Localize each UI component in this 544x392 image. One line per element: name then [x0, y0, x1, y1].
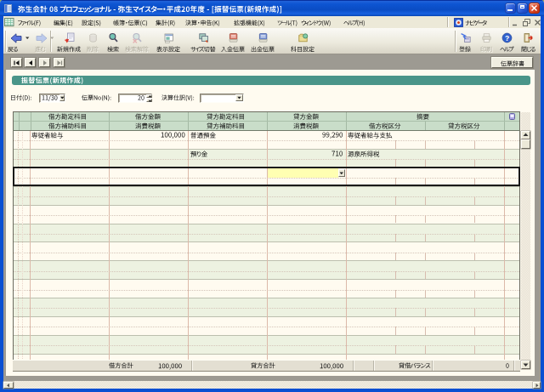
- svg-text:?: ?: [504, 34, 508, 43]
